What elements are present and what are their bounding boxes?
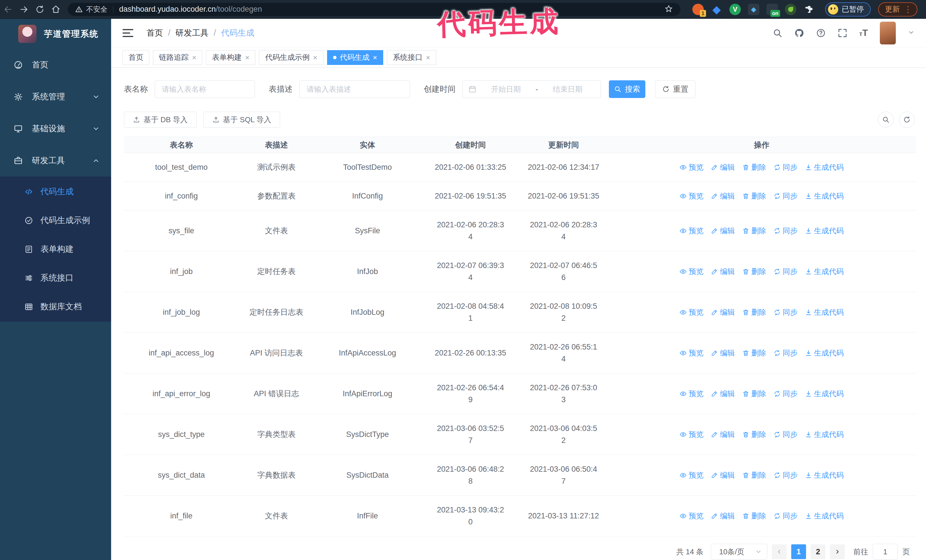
browser-reload-button[interactable] [32, 2, 48, 17]
edit-link[interactable]: 编辑 [711, 161, 735, 173]
delete-link[interactable]: 删除 [742, 347, 766, 359]
goto-page-input[interactable] [873, 544, 898, 560]
page-2-button[interactable]: 2 [811, 544, 825, 559]
help-icon[interactable] [816, 28, 826, 38]
sidebar-item-system-api[interactable]: 系统接口 [0, 264, 111, 292]
page-1-button[interactable]: 1 [791, 544, 806, 559]
preview-link[interactable]: 预览 [679, 388, 704, 400]
extension-leaf-icon[interactable] [784, 3, 797, 16]
sidebar-collapse-icon[interactable] [123, 29, 133, 37]
sql-import-button[interactable]: 基于 SQL 导入 [203, 112, 280, 128]
breadcrumb-home[interactable]: 首页 [147, 27, 163, 39]
sync-link[interactable]: 同步 [773, 388, 797, 400]
end-date-placeholder[interactable]: 结束日期 [540, 84, 595, 94]
tab-tracing[interactable]: 链路追踪× [153, 50, 202, 65]
tab-home[interactable]: 首页× [123, 50, 149, 65]
browser-forward-button[interactable] [16, 2, 32, 17]
sidebar-item-system-management[interactable]: 系统管理 [0, 81, 111, 113]
avatar-caret-down-icon[interactable] [908, 29, 915, 37]
sync-link[interactable]: 同步 [773, 510, 797, 522]
delete-link[interactable]: 删除 [742, 225, 766, 237]
generate-code-link[interactable]: 生成代码 [805, 347, 844, 359]
sidebar-item-code-generation[interactable]: 代码生成 [0, 177, 111, 206]
sidebar-item-dev-tools[interactable]: 研发工具 [0, 145, 111, 177]
app-logo-row[interactable]: 芋道管理系统 [0, 19, 111, 49]
sidebar-item-form-builder[interactable]: 表单构建 [0, 235, 111, 264]
extension-grid-icon[interactable]: ◆ [747, 3, 760, 16]
reset-button[interactable]: 重置 [655, 80, 696, 98]
preview-link[interactable]: 预览 [679, 225, 704, 237]
tab-code-generation[interactable]: 代码生成× [327, 50, 383, 65]
close-icon[interactable]: × [373, 54, 377, 61]
delete-link[interactable]: 删除 [742, 510, 766, 522]
edit-link[interactable]: 编辑 [711, 266, 735, 278]
close-icon[interactable]: × [192, 54, 196, 61]
date-range-picker[interactable]: 开始日期 - 结束日期 [462, 80, 601, 98]
text-size-icon[interactable]: тT [859, 28, 868, 38]
sidebar-item-codegen-example[interactable]: 代码生成示例 [0, 206, 111, 235]
preview-link[interactable]: 预览 [679, 161, 704, 173]
close-icon[interactable]: × [245, 54, 249, 61]
toggle-search-button[interactable] [878, 112, 894, 128]
extensions-puzzle-icon[interactable] [803, 3, 816, 16]
generate-code-link[interactable]: 生成代码 [805, 225, 844, 237]
generate-code-link[interactable]: 生成代码 [805, 469, 844, 481]
close-icon[interactable]: × [426, 54, 430, 61]
generate-code-link[interactable]: 生成代码 [805, 429, 844, 440]
delete-link[interactable]: 删除 [742, 266, 766, 278]
preview-link[interactable]: 预览 [679, 469, 704, 481]
search-icon[interactable] [773, 28, 782, 38]
delete-link[interactable]: 删除 [742, 161, 766, 173]
edit-link[interactable]: 编辑 [711, 388, 735, 400]
sidebar-item-home[interactable]: 首页 [0, 49, 111, 81]
sidebar-item-database-doc[interactable]: 数据库文档 [0, 292, 111, 321]
browser-back-button[interactable] [0, 2, 16, 17]
delete-link[interactable]: 删除 [742, 388, 766, 400]
sync-link[interactable]: 同步 [773, 190, 797, 202]
extension-gem-icon[interactable]: ◆ [710, 3, 723, 16]
close-icon[interactable]: × [313, 54, 317, 61]
address-bar[interactable]: 不安全 dashboard.yudao.iocoder.cn/tool/code… [68, 3, 680, 16]
refresh-table-button[interactable] [899, 112, 915, 128]
browser-menu-kebab-icon[interactable]: ⋮ [904, 4, 912, 14]
generate-code-link[interactable]: 生成代码 [805, 266, 844, 278]
fullscreen-icon[interactable] [838, 28, 847, 38]
start-date-placeholder[interactable]: 开始日期 [479, 84, 533, 94]
edit-link[interactable]: 编辑 [711, 190, 735, 202]
next-page-button[interactable] [830, 544, 845, 559]
sync-link[interactable]: 同步 [773, 469, 797, 481]
edit-link[interactable]: 编辑 [711, 510, 735, 522]
table-name-input[interactable] [155, 80, 255, 98]
sync-link[interactable]: 同步 [773, 429, 797, 440]
page-size-select[interactable]: 10条/页 [711, 544, 767, 560]
sync-link[interactable]: 同步 [773, 161, 797, 173]
delete-link[interactable]: 删除 [742, 190, 766, 202]
breadcrumb-dev-tools[interactable]: 研发工具 [176, 27, 209, 39]
bookmark-star-icon[interactable] [664, 5, 673, 14]
preview-link[interactable]: 预览 [679, 190, 704, 202]
edit-link[interactable]: 编辑 [711, 306, 735, 318]
browser-home-button[interactable] [48, 2, 64, 17]
extension-green-check-icon[interactable]: V [729, 3, 741, 16]
sync-link[interactable]: 同步 [773, 306, 797, 318]
delete-link[interactable]: 删除 [742, 469, 766, 481]
generate-code-link[interactable]: 生成代码 [805, 306, 844, 318]
extension-switch-icon[interactable]: on [766, 3, 778, 16]
tab-form-builder[interactable]: 表单构建× [206, 50, 255, 65]
tab-system-api[interactable]: 系统接口× [387, 50, 436, 65]
generate-code-link[interactable]: 生成代码 [805, 510, 844, 522]
generate-code-link[interactable]: 生成代码 [805, 161, 844, 173]
sync-link[interactable]: 同步 [773, 266, 797, 278]
browser-update-button[interactable]: 更新 ⋮ [878, 2, 917, 17]
sync-link[interactable]: 同步 [773, 225, 797, 237]
preview-link[interactable]: 预览 [679, 347, 704, 359]
edit-link[interactable]: 编辑 [711, 429, 735, 440]
delete-link[interactable]: 删除 [742, 429, 766, 440]
edit-link[interactable]: 编辑 [711, 225, 735, 237]
edit-link[interactable]: 编辑 [711, 469, 735, 481]
table-desc-input[interactable] [300, 80, 410, 98]
db-import-button[interactable]: 基于 DB 导入 [124, 112, 197, 128]
sidebar-item-infrastructure[interactable]: 基础设施 [0, 113, 111, 145]
preview-link[interactable]: 预览 [679, 510, 704, 522]
extension-orange-icon[interactable]: 1 [692, 3, 704, 16]
